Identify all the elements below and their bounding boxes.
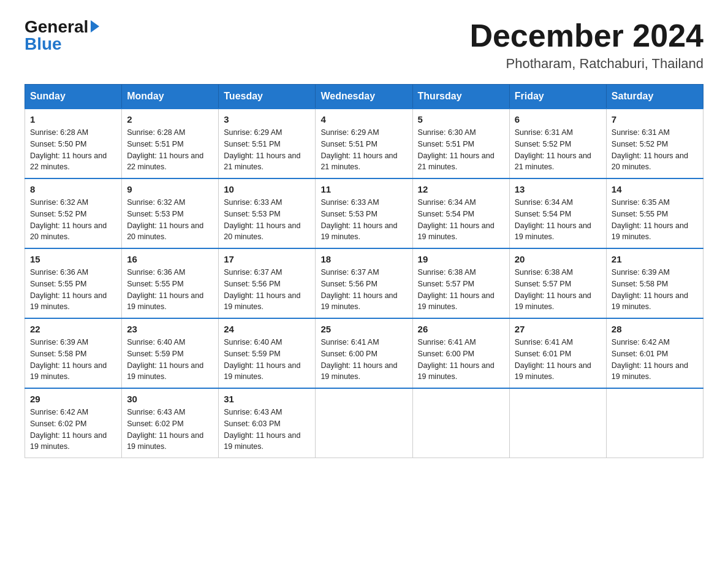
- day-info: Sunrise: 6:38 AMSunset: 5:57 PMDaylight:…: [515, 267, 601, 313]
- calendar-cell: 7 Sunrise: 6:31 AMSunset: 5:52 PMDayligh…: [606, 109, 703, 178]
- day-info: Sunrise: 6:35 AMSunset: 5:55 PMDaylight:…: [612, 197, 698, 243]
- logo-triangle-icon: [91, 20, 99, 33]
- day-number: 13: [515, 184, 601, 194]
- calendar-cell: 24 Sunrise: 6:40 AMSunset: 5:59 PMDaylig…: [219, 318, 316, 388]
- day-number: 12: [418, 184, 504, 194]
- calendar-cell: 5 Sunrise: 6:30 AMSunset: 5:51 PMDayligh…: [412, 109, 509, 178]
- calendar-cell: [606, 388, 703, 458]
- day-info: Sunrise: 6:41 AMSunset: 6:01 PMDaylight:…: [515, 337, 601, 383]
- day-number: 18: [320, 254, 407, 264]
- day-info: Sunrise: 6:43 AMSunset: 6:03 PMDaylight:…: [224, 407, 310, 453]
- day-number: 30: [127, 394, 213, 404]
- day-number: 14: [612, 184, 698, 194]
- calendar-cell: 10 Sunrise: 6:33 AMSunset: 5:53 PMDaylig…: [219, 178, 316, 248]
- calendar-cell: 1 Sunrise: 6:28 AMSunset: 5:50 PMDayligh…: [25, 109, 122, 178]
- day-number: 27: [515, 324, 601, 334]
- month-title: December 2024: [469, 18, 703, 53]
- calendar-cell: 4 Sunrise: 6:29 AMSunset: 5:51 PMDayligh…: [316, 109, 412, 178]
- day-number: 3: [224, 114, 310, 124]
- day-info: Sunrise: 6:33 AMSunset: 5:53 PMDaylight:…: [320, 197, 407, 243]
- day-info: Sunrise: 6:32 AMSunset: 5:52 PMDaylight:…: [30, 197, 116, 243]
- day-info: Sunrise: 6:41 AMSunset: 6:00 PMDaylight:…: [418, 337, 504, 383]
- calendar-cell: 29 Sunrise: 6:42 AMSunset: 6:02 PMDaylig…: [25, 388, 122, 458]
- calendar-cell: 15 Sunrise: 6:36 AMSunset: 5:55 PMDaylig…: [25, 248, 122, 318]
- calendar-cell: 22 Sunrise: 6:39 AMSunset: 5:58 PMDaylig…: [25, 318, 122, 388]
- day-number: 16: [127, 254, 213, 264]
- day-number: 21: [612, 254, 698, 264]
- day-number: 9: [127, 184, 213, 194]
- calendar-cell: [412, 388, 509, 458]
- day-info: Sunrise: 6:28 AMSunset: 5:50 PMDaylight:…: [30, 127, 116, 173]
- calendar-cell: 31 Sunrise: 6:43 AMSunset: 6:03 PMDaylig…: [219, 388, 316, 458]
- calendar-table: SundayMondayTuesdayWednesdayThursdayFrid…: [25, 84, 703, 458]
- day-number: 7: [612, 114, 698, 124]
- day-info: Sunrise: 6:41 AMSunset: 6:00 PMDaylight:…: [320, 337, 407, 383]
- calendar-cell: 13 Sunrise: 6:34 AMSunset: 5:54 PMDaylig…: [509, 178, 606, 248]
- day-info: Sunrise: 6:33 AMSunset: 5:53 PMDaylight:…: [224, 197, 310, 243]
- page-header: General Blue December 2024 Photharam, Ra…: [25, 18, 703, 72]
- day-number: 8: [30, 184, 116, 194]
- day-number: 4: [320, 114, 407, 124]
- day-info: Sunrise: 6:42 AMSunset: 6:02 PMDaylight:…: [30, 407, 116, 453]
- calendar-cell: 19 Sunrise: 6:38 AMSunset: 5:57 PMDaylig…: [412, 248, 509, 318]
- day-info: Sunrise: 6:42 AMSunset: 6:01 PMDaylight:…: [612, 337, 698, 383]
- day-number: 5: [418, 114, 504, 124]
- day-info: Sunrise: 6:43 AMSunset: 6:02 PMDaylight:…: [127, 407, 213, 453]
- calendar-cell: 26 Sunrise: 6:41 AMSunset: 6:00 PMDaylig…: [412, 318, 509, 388]
- calendar-cell: 30 Sunrise: 6:43 AMSunset: 6:02 PMDaylig…: [122, 388, 219, 458]
- day-number: 20: [515, 254, 601, 264]
- calendar-cell: 6 Sunrise: 6:31 AMSunset: 5:52 PMDayligh…: [509, 109, 606, 178]
- day-info: Sunrise: 6:31 AMSunset: 5:52 PMDaylight:…: [515, 127, 601, 173]
- day-info: Sunrise: 6:31 AMSunset: 5:52 PMDaylight:…: [612, 127, 698, 173]
- calendar-cell: 8 Sunrise: 6:32 AMSunset: 5:52 PMDayligh…: [25, 178, 122, 248]
- calendar-cell: 28 Sunrise: 6:42 AMSunset: 6:01 PMDaylig…: [606, 318, 703, 388]
- day-info: Sunrise: 6:29 AMSunset: 5:51 PMDaylight:…: [320, 127, 407, 173]
- day-number: 22: [30, 324, 116, 334]
- day-number: 10: [224, 184, 310, 194]
- calendar-cell: 17 Sunrise: 6:37 AMSunset: 5:56 PMDaylig…: [219, 248, 316, 318]
- calendar-cell: 21 Sunrise: 6:39 AMSunset: 5:58 PMDaylig…: [606, 248, 703, 318]
- day-number: 26: [418, 324, 504, 334]
- day-number: 15: [30, 254, 116, 264]
- title-block: December 2024 Photharam, Ratchaburi, Tha…: [469, 18, 703, 72]
- calendar-cell: 25 Sunrise: 6:41 AMSunset: 6:00 PMDaylig…: [316, 318, 412, 388]
- day-number: 24: [224, 324, 310, 334]
- calendar-cell: [316, 388, 412, 458]
- day-info: Sunrise: 6:34 AMSunset: 5:54 PMDaylight:…: [418, 197, 504, 243]
- day-info: Sunrise: 6:32 AMSunset: 5:53 PMDaylight:…: [127, 197, 213, 243]
- calendar-cell: 11 Sunrise: 6:33 AMSunset: 5:53 PMDaylig…: [316, 178, 412, 248]
- col-header-thursday: Thursday: [412, 85, 509, 109]
- calendar-cell: 14 Sunrise: 6:35 AMSunset: 5:55 PMDaylig…: [606, 178, 703, 248]
- calendar-cell: 27 Sunrise: 6:41 AMSunset: 6:01 PMDaylig…: [509, 318, 606, 388]
- day-number: 25: [320, 324, 407, 334]
- calendar-cell: 2 Sunrise: 6:28 AMSunset: 5:51 PMDayligh…: [122, 109, 219, 178]
- day-number: 28: [612, 324, 698, 334]
- day-number: 23: [127, 324, 213, 334]
- logo-general-text: General: [25, 18, 88, 36]
- day-number: 1: [30, 114, 116, 124]
- day-info: Sunrise: 6:39 AMSunset: 5:58 PMDaylight:…: [30, 337, 116, 383]
- col-header-wednesday: Wednesday: [316, 85, 412, 109]
- col-header-saturday: Saturday: [606, 85, 703, 109]
- calendar-cell: 23 Sunrise: 6:40 AMSunset: 5:59 PMDaylig…: [122, 318, 219, 388]
- day-info: Sunrise: 6:40 AMSunset: 5:59 PMDaylight:…: [224, 337, 310, 383]
- day-info: Sunrise: 6:36 AMSunset: 5:55 PMDaylight:…: [30, 267, 116, 313]
- col-header-monday: Monday: [122, 85, 219, 109]
- calendar-cell: 18 Sunrise: 6:37 AMSunset: 5:56 PMDaylig…: [316, 248, 412, 318]
- calendar-cell: 20 Sunrise: 6:38 AMSunset: 5:57 PMDaylig…: [509, 248, 606, 318]
- day-info: Sunrise: 6:34 AMSunset: 5:54 PMDaylight:…: [515, 197, 601, 243]
- day-info: Sunrise: 6:37 AMSunset: 5:56 PMDaylight:…: [320, 267, 407, 313]
- day-number: 11: [320, 184, 407, 194]
- day-info: Sunrise: 6:36 AMSunset: 5:55 PMDaylight:…: [127, 267, 213, 313]
- day-info: Sunrise: 6:28 AMSunset: 5:51 PMDaylight:…: [127, 127, 213, 173]
- day-number: 19: [418, 254, 504, 264]
- col-header-friday: Friday: [509, 85, 606, 109]
- day-number: 2: [127, 114, 213, 124]
- calendar-cell: 12 Sunrise: 6:34 AMSunset: 5:54 PMDaylig…: [412, 178, 509, 248]
- col-header-sunday: Sunday: [25, 85, 122, 109]
- calendar-cell: [509, 388, 606, 458]
- day-info: Sunrise: 6:30 AMSunset: 5:51 PMDaylight:…: [418, 127, 504, 173]
- location-text: Photharam, Ratchaburi, Thailand: [469, 56, 703, 72]
- day-number: 17: [224, 254, 310, 264]
- col-header-tuesday: Tuesday: [219, 85, 316, 109]
